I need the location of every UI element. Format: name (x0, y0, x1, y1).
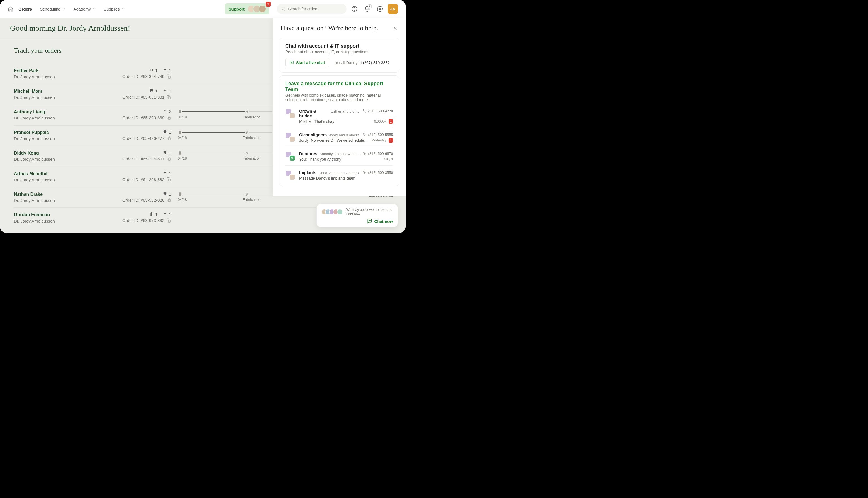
thread-people: Neha, Anna and 2 others (319, 171, 359, 175)
sparkle-count: 1 (163, 171, 171, 176)
close-icon[interactable] (393, 26, 398, 31)
thread-avatars: JL (285, 151, 295, 161)
support-thread[interactable]: JLDenturesAnthony, Joe and 4 others(212)… (285, 146, 393, 166)
svg-point-2 (354, 10, 354, 10)
copy-icon[interactable] (167, 157, 171, 161)
doctor-name: Dr. Jordy Arnoldussen (14, 197, 70, 204)
nav-link-orders[interactable]: Orders (18, 7, 32, 11)
thread-phone[interactable]: (212)-509-5555 (363, 133, 393, 137)
support-panel: Have a question? We're here to help. Cha… (273, 18, 406, 196)
sparkle-count: 1 (163, 68, 171, 73)
notifications-button[interactable]: 7 (362, 4, 372, 14)
kind-counts: 1 (163, 171, 171, 176)
progress-start-date: 04/18 (178, 115, 187, 119)
copy-icon[interactable] (167, 116, 171, 120)
chat-icon (289, 61, 294, 65)
kind-counts: 1 (163, 130, 171, 135)
thread-message: Message Dandy's implants team (299, 176, 355, 181)
support-thread[interactable]: Crown & bridgeEsther and 5 others(212)-5… (285, 104, 393, 128)
support-card-it-subtitle: Reach out about account, IT, or billing … (285, 50, 393, 54)
support-button[interactable]: Support 2 (225, 3, 269, 14)
phone-icon (363, 152, 366, 155)
support-label: Support (229, 7, 245, 11)
thread-phone[interactable]: (212)-509-3550 (363, 170, 393, 175)
doctor-name: Dr. Jordy Arnoldussen (14, 94, 70, 101)
start-live-chat-label: Start a live chat (296, 61, 325, 65)
thread-time: 9:06 AM (374, 119, 386, 123)
kind-counts: 11 (149, 88, 171, 94)
nav-link-supplies[interactable]: Supplies (104, 7, 125, 11)
order-id: Order ID: #63-001-331 (122, 95, 171, 100)
thread-title: Dentures (299, 151, 317, 156)
support-thread[interactable]: ImplantsNeha, Anna and 2 others(212)-509… (285, 166, 393, 184)
help-button[interactable] (349, 4, 359, 14)
svg-rect-18 (168, 179, 170, 181)
progress-start-date: 04/18 (178, 197, 187, 202)
copy-icon[interactable] (167, 136, 171, 140)
thread-title: Clear aligners (299, 132, 327, 137)
copy-icon[interactable] (167, 95, 171, 100)
copy-icon[interactable] (167, 218, 171, 223)
thread-phone[interactable]: (212)-509-4770 (363, 109, 393, 113)
settings-button[interactable] (375, 4, 385, 14)
search-bar[interactable] (277, 4, 346, 14)
kind-counts: 1 (163, 191, 171, 197)
progress-stage: Fabrication (242, 197, 261, 202)
support-phone-number[interactable]: (267)-310-3332 (363, 61, 390, 65)
svg-point-0 (282, 8, 284, 10)
thread-people: Anthony, Joe and 4 others (319, 152, 361, 156)
sparkle-icon (163, 109, 167, 114)
thread-phone[interactable]: (212)-509-6670 (363, 152, 393, 156)
order-id: Order ID: #63-973-832 (122, 218, 171, 223)
chat-now-button[interactable]: Chat now (367, 219, 393, 224)
nav-links: OrdersSchedulingAcademySupplies (18, 7, 125, 11)
nav-link-academy[interactable]: Academy (73, 7, 96, 11)
search-input[interactable] (288, 7, 342, 11)
progress-start-date: 04/18 (178, 156, 187, 160)
support-card-clinical: Leave a message for the Clinical Support… (279, 76, 399, 186)
sparkle-icon (163, 212, 167, 217)
progress-stage: Fabrication (242, 136, 261, 140)
bridge-count: 1 (149, 68, 157, 73)
patient-name: Arthas Menethil (14, 171, 70, 177)
thread-time: Yesterday (372, 139, 386, 142)
patient-name: Praneet Puppala (14, 130, 70, 136)
kind-counts: 11 (149, 68, 171, 73)
copy-icon[interactable] (167, 198, 171, 202)
svg-rect-6 (168, 117, 170, 119)
patient-name: Nathan Drake (14, 191, 70, 197)
copy-icon[interactable] (167, 177, 171, 182)
chat-now-label: Chat now (374, 219, 393, 224)
nav-link-scheduling[interactable]: Scheduling (40, 7, 65, 11)
support-avatars (247, 5, 266, 13)
support-panel-title: Have a question? We're here to help. (280, 24, 378, 32)
phone-icon (363, 109, 366, 113)
kind-counts: 1 (163, 150, 171, 155)
wrench-icon (245, 151, 249, 155)
unread-badge: 1 (389, 138, 393, 143)
svg-point-3 (379, 8, 381, 10)
thread-message: You: Thank you Anthony! (299, 157, 342, 161)
svg-rect-10 (168, 137, 170, 140)
user-avatar[interactable]: JA (388, 4, 398, 14)
notifications-badge: 7 (368, 4, 372, 8)
phone-icon (363, 133, 366, 136)
support-card-it-title: Chat with account & IT support (285, 43, 393, 49)
sparkle-count: 2 (163, 109, 171, 114)
start-live-chat-button[interactable]: Start a live chat (285, 58, 329, 67)
wrench-icon (245, 109, 249, 114)
copy-icon[interactable] (167, 74, 171, 79)
thread-message: Jordy: No worries Dr. We've scheduled… (299, 138, 369, 143)
avatar-icon (289, 113, 295, 119)
doctor-name: Dr. Jordy Arnoldussen (14, 115, 70, 121)
support-thread[interactable]: Clear alignersJordy and 3 others(212)-50… (285, 128, 393, 146)
tooth-count: 1 (163, 191, 171, 197)
order-progress (178, 212, 316, 212)
patient-name: Anthony Liang (14, 109, 70, 115)
unread-badge: 1 (389, 119, 393, 124)
kind-counts: 11 (149, 212, 171, 217)
svg-rect-19 (168, 199, 170, 202)
chat-widget-note: We may be slower to respond right now. (346, 208, 393, 217)
doctor-name: Dr. Jordy Arnoldussen (14, 218, 70, 224)
home-icon[interactable] (8, 6, 13, 12)
